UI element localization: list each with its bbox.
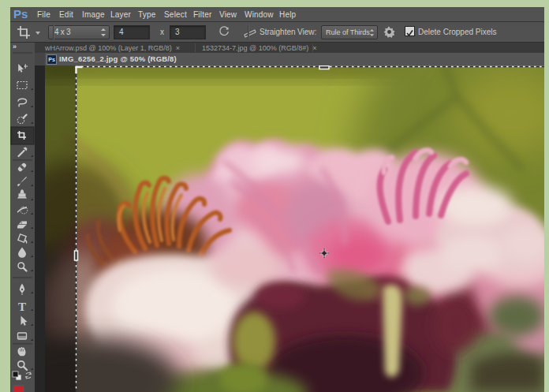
svg-text:T: T bbox=[18, 301, 26, 313]
svg-text:»: » bbox=[13, 43, 17, 50]
